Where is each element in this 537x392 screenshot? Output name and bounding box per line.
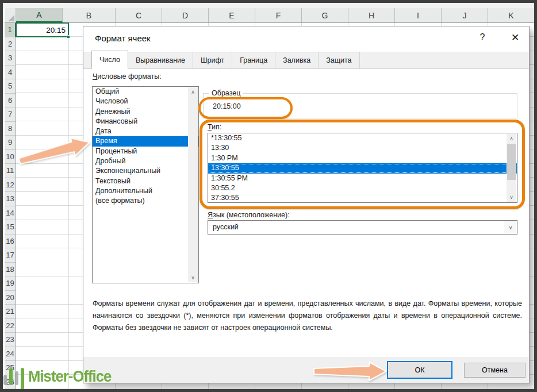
category-item[interactable]: Дополнительный [93,186,198,196]
column-header[interactable]: A [16,8,63,22]
select-all-button[interactable] [5,8,16,22]
column-header[interactable]: J [442,8,488,22]
row-header[interactable]: 11 [5,164,16,178]
type-item[interactable]: 13:30:55 [208,163,517,173]
column-header[interactable]: G [302,8,348,22]
active-cell-a1[interactable]: 20:15 [16,22,69,37]
row-header[interactable]: 2 [5,37,16,52]
scroll-down-icon[interactable]: ∨ [507,193,516,202]
row-header[interactable]: 20 [5,291,16,305]
locale-value: русский [213,223,239,231]
type-item[interactable]: *13:30:55 [208,133,517,143]
row-header[interactable]: 5 [5,79,16,94]
column-header[interactable]: H [348,8,395,22]
row-header[interactable]: 22 [5,319,16,333]
screenshot-root: ABCDEFGHIJK 1234567891011121314151617181… [0,0,537,392]
mister-office-watermark: Mister-Office [3,368,116,385]
cell-value: 20:15 [46,26,66,34]
scrollbar-thumb[interactable] [507,144,516,180]
dialog-tab[interactable]: Защита [318,52,359,68]
format-description-text: Форматы времени служат для отображения д… [93,298,522,334]
category-listbox: ОбщийЧисловойДенежныйФинансовыйДатаВремя… [92,86,199,283]
type-list-label: Тип: [208,123,221,131]
dialog-tab[interactable]: Шрифт [193,52,232,68]
row-header[interactable]: 19 [5,276,16,291]
category-item[interactable]: (все форматы) [93,196,198,206]
category-item[interactable]: Текстовый [93,176,198,186]
column-header[interactable]: K [488,8,535,22]
column-a-cells[interactable] [16,23,69,389]
row-header[interactable]: 17 [5,248,16,263]
row-header[interactable]: 18 [5,263,16,277]
chevron-down-icon[interactable]: ∨ [504,221,517,234]
dialog-tab[interactable]: Заливка [275,52,319,68]
dialog-tabstrip: ЧислоВыравниваниеШрифтГраницаЗаливкаЗащи… [83,52,529,69]
cancel-button[interactable]: Отмена [464,363,526,378]
ok-button[interactable]: ОК [387,361,452,379]
type-scrollbar[interactable]: ∧ ∨ [507,134,516,202]
category-item[interactable]: Процентный [93,147,198,156]
type-item[interactable]: 1:30:55 PM [208,174,517,183]
row-header[interactable]: 21 [5,305,16,319]
category-scrollbar[interactable]: ∧ ∨ [188,87,198,282]
type-item[interactable]: 13:30 [208,143,517,153]
row-header[interactable]: 7 [5,107,16,122]
format-cells-dialog: Формат ячеек ? ✕ ЧислоВыравниваниеШрифтГ… [83,26,530,383]
row-header[interactable]: 24 [5,347,16,362]
category-item[interactable]: Числовой [93,97,198,106]
row-header[interactable]: 1 [5,23,16,37]
locale-combobox[interactable]: русский ∨ [208,220,517,235]
column-header[interactable]: I [395,8,442,22]
number-tab-page: Числовые форматы: ОбщийЧисловойДенежныйФ… [83,69,529,358]
help-icon[interactable]: ? [475,32,489,43]
row-header[interactable]: 16 [5,235,16,249]
dialog-tab[interactable]: Число [91,51,128,69]
column-header[interactable]: C [116,8,162,22]
category-item[interactable]: Дата [93,126,198,136]
type-item[interactable]: 30:55.2 [208,183,517,193]
watermark-text: Mister-Office [28,368,111,385]
scroll-down-icon[interactable]: ∨ [188,273,198,282]
row-header[interactable]: 23 [5,333,16,347]
dialog-title: Формат ячеек [95,33,151,43]
type-listbox: *13:30:5513:301:30 PM13:30:551:30:55 PM3… [208,133,517,203]
row-header[interactable]: 4 [5,66,16,80]
window-top-strip [3,3,534,8]
row-header[interactable]: 13 [5,192,16,206]
sample-value: 20:15:00 [213,102,241,110]
locale-label: Язык (местоположение): [208,211,290,219]
category-item[interactable]: Экспоненциальный [93,166,198,176]
close-icon[interactable]: ✕ [508,32,523,44]
dialog-tab[interactable]: Выравнивание [128,52,193,68]
dialog-titlebar[interactable]: Формат ячеек ? ✕ [83,26,529,52]
scroll-up-icon[interactable]: ∧ [188,87,198,97]
type-item[interactable]: 37:30:55 [208,193,517,203]
row-header[interactable]: 6 [5,94,16,108]
sample-groupbox: Образец 20:15:00 [203,93,517,118]
category-list-label: Числовые форматы: [93,72,162,80]
scroll-up-icon[interactable]: ∧ [507,134,516,143]
row-header[interactable]: 10 [5,150,16,164]
category-item[interactable]: Финансовый [93,117,198,126]
row-header-column: 1234567891011121314151617181920212223242… [5,23,16,389]
row-header[interactable]: 12 [5,178,16,193]
category-item[interactable]: Денежный [93,107,198,117]
column-header[interactable]: F [255,8,302,22]
row-header[interactable]: 14 [5,206,16,221]
fill-handle[interactable] [67,35,70,39]
equalizer-bars-icon [3,368,24,385]
column-header[interactable]: E [209,8,255,22]
dialog-tab[interactable]: Граница [232,52,275,68]
column-header[interactable]: B [63,8,116,22]
category-item[interactable]: Дробный [93,156,198,166]
select-all-triangle-icon [8,15,14,21]
category-item[interactable]: Общий [93,87,198,97]
row-header[interactable]: 3 [5,51,16,66]
row-header[interactable]: 15 [5,220,16,235]
column-header[interactable]: D [162,8,209,22]
type-item[interactable]: 1:30 PM [208,153,517,163]
row-header[interactable]: 8 [5,122,16,136]
category-item[interactable]: Время [93,136,198,146]
row-header[interactable]: 9 [5,136,16,150]
dialog-footer: ОК Отмена [83,357,529,383]
